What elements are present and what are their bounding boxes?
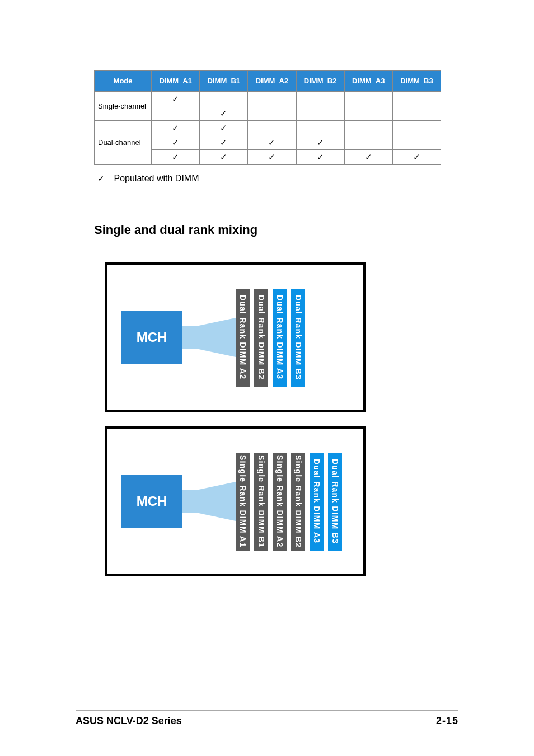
table-cell	[392, 135, 441, 150]
table-cell	[392, 106, 441, 121]
dimm-slot: Dual Rank DIMM B3	[328, 453, 342, 551]
table-cell: ✓	[296, 135, 344, 150]
mode-cell: Dual-channel	[95, 121, 152, 165]
table-cell	[344, 121, 392, 135]
slot-group: Dual Rank DIMM A2Dual Rank DIMM B2Dual R…	[236, 289, 305, 387]
section-title: Single and dual rank mixing	[94, 223, 458, 237]
table-cell	[248, 106, 296, 121]
th-b3: DIMM_B3	[392, 71, 441, 92]
th-a1: DIMM_A1	[152, 71, 200, 92]
table-cell: ✓	[248, 135, 296, 150]
dimm-slot: Dual Rank DIMM A3	[273, 289, 287, 387]
bus-connector	[182, 482, 236, 521]
legend-text: Populated with DIMM	[114, 173, 199, 183]
table-cell	[200, 92, 248, 106]
table-cell	[248, 92, 296, 106]
table-cell	[392, 121, 441, 135]
table-cell: ✓	[296, 150, 344, 165]
table-cell: ✓	[248, 150, 296, 165]
dimm-slot: Dual Rank DIMM B3	[291, 289, 305, 387]
table-cell	[296, 121, 344, 135]
table-cell	[296, 92, 344, 106]
table-cell: ✓	[200, 121, 248, 135]
table-cell: ✓	[200, 150, 248, 165]
dimm-slot: Single Rank DIMM B2	[291, 453, 305, 551]
table-cell: ✓	[200, 106, 248, 121]
dimm-slot: Single Rank DIMM A2	[273, 453, 287, 551]
table-cell: ✓	[152, 135, 200, 150]
mode-cell: Single-channel	[95, 92, 152, 121]
dimm-slot: Single Rank DIMM A1	[236, 453, 250, 551]
th-b1: DIMM_B1	[200, 71, 248, 92]
table-cell	[296, 106, 344, 121]
footer-right: 2-15	[436, 715, 458, 727]
mch-block: MCH	[121, 475, 182, 528]
table-header-row: Mode DIMM_A1 DIMM_B1 DIMM_A2 DIMM_B2 DIM…	[95, 71, 441, 92]
slot-group: Single Rank DIMM A1Single Rank DIMM B1Si…	[236, 453, 342, 551]
table-cell	[248, 121, 296, 135]
th-a2: DIMM_A2	[248, 71, 296, 92]
dimm-slot: Dual Rank DIMM A2	[236, 289, 250, 387]
table-row: Dual-channel✓✓	[95, 121, 441, 135]
svg-marker-1	[182, 482, 236, 521]
dimm-slot: Dual Rank DIMM A3	[310, 453, 324, 551]
table-cell: ✓	[392, 150, 441, 165]
table-cell	[344, 135, 392, 150]
table-cell	[344, 92, 392, 106]
legend: ✓ Populated with DIMM	[94, 173, 458, 184]
table-cell: ✓	[344, 150, 392, 165]
th-a3: DIMM_A3	[344, 71, 392, 92]
diagram: MCHSingle Rank DIMM A1Single Rank DIMM B…	[105, 426, 366, 576]
diagram: MCHDual Rank DIMM A2Dual Rank DIMM B2Dua…	[105, 262, 366, 412]
footer-left: ASUS NCLV-D2 Series	[76, 715, 182, 727]
dimm-slot: Single Rank DIMM B1	[254, 453, 268, 551]
table-cell	[152, 106, 200, 121]
check-icon: ✓	[97, 173, 105, 183]
th-b2: DIMM_B2	[296, 71, 344, 92]
table-cell	[392, 92, 441, 106]
th-mode: Mode	[95, 71, 152, 92]
page-footer: ASUS NCLV-D2 Series 2-15	[76, 710, 458, 727]
table-cell: ✓	[152, 150, 200, 165]
table-cell: ✓	[152, 92, 200, 106]
mch-block: MCH	[121, 311, 182, 364]
table-cell	[344, 106, 392, 121]
bus-connector	[182, 318, 236, 357]
svg-marker-0	[182, 318, 236, 357]
table-row: Single-channel✓	[95, 92, 441, 106]
table-cell: ✓	[152, 121, 200, 135]
dimm-slot: Dual Rank DIMM B2	[254, 289, 268, 387]
config-table: Mode DIMM_A1 DIMM_B1 DIMM_A2 DIMM_B2 DIM…	[94, 70, 441, 165]
table-cell: ✓	[200, 135, 248, 150]
